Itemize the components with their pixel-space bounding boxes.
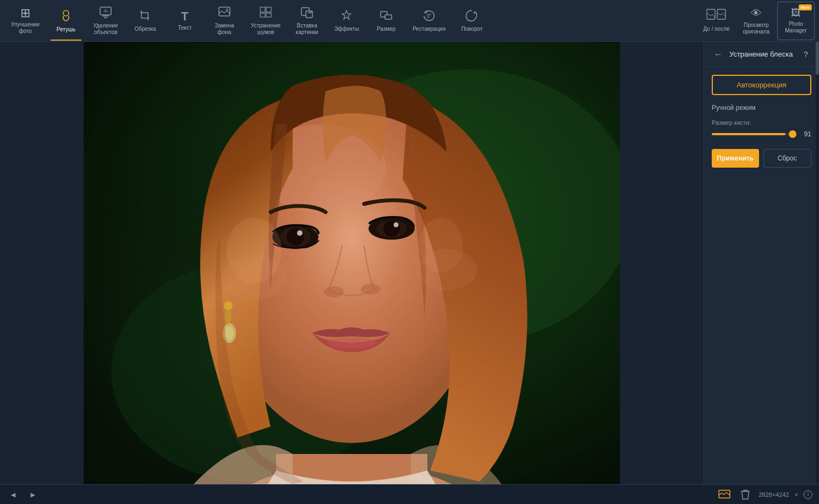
remove-objects-icon <box>99 6 112 20</box>
svg-point-42 <box>224 301 233 310</box>
remove-noise-icon <box>259 6 272 20</box>
toolbar-before-after[interactable]: До / после <box>697 2 735 40</box>
brush-size-label: Размер кисти: <box>712 119 811 126</box>
toolbar-item-replace-bg[interactable]: Замена фона <box>205 2 244 40</box>
svg-point-41 <box>407 258 409 260</box>
svg-point-43 <box>225 310 232 323</box>
replace-bg-icon <box>218 6 231 20</box>
nav-next-button[interactable]: ► <box>26 488 40 501</box>
before-after-icon <box>706 9 726 24</box>
toolbar-item-text[interactable]: T Текст <box>165 2 205 40</box>
brush-size-value: 91 <box>798 130 811 138</box>
toolbar-view-original[interactable]: 👁 Просмотр оригинала <box>738 2 775 40</box>
insert-image-icon <box>300 6 314 20</box>
toolbar-item-insert-image[interactable]: Вставка картинки <box>287 2 327 40</box>
text-icon: T <box>181 10 188 23</box>
svg-rect-11 <box>385 15 392 19</box>
brush-size-slider-container: 91 <box>712 130 811 138</box>
toolbar-label-replace-bg: Замена фона <box>215 23 234 36</box>
svg-rect-7 <box>266 13 271 17</box>
main-toolbar: ⊞ Улучшение фото Ретушь Удаление объекто… <box>0 0 819 42</box>
svg-point-39 <box>303 261 305 263</box>
crop-icon <box>139 9 151 24</box>
toolbar-label-rotate: Поворот <box>461 26 483 32</box>
svg-rect-6 <box>260 13 265 17</box>
canvas-area[interactable] <box>0 42 703 484</box>
svg-rect-1 <box>100 7 111 15</box>
toolbar-item-rotate[interactable]: Поворот <box>452 2 492 40</box>
nav-prev-button[interactable]: ◄ <box>7 488 20 501</box>
slider-thumb[interactable] <box>789 130 796 138</box>
new-badge: New <box>799 4 812 11</box>
panel-header: ← Устранение блеска ? <box>704 42 819 67</box>
slider-fill <box>712 133 785 135</box>
toolbar-label-text: Текст <box>178 25 191 31</box>
before-after-label: До / после <box>703 26 729 32</box>
toolbar-item-restore[interactable]: Реставрация <box>406 2 452 40</box>
svg-rect-5 <box>266 7 271 12</box>
toolbar-label-remove-noise: Устранение шумов <box>251 23 281 36</box>
toolbar-item-effects[interactable]: Эффекты <box>327 2 366 40</box>
toolbar-label-insert-image: Вставка картинки <box>296 23 318 36</box>
photo-manager-label: Photo Manager <box>785 21 806 34</box>
panel-help-button[interactable]: ? <box>800 49 811 60</box>
portrait-image <box>84 42 620 484</box>
panel-title: Устранение блеска <box>729 50 800 58</box>
svg-point-45 <box>225 326 234 340</box>
svg-point-31 <box>324 286 344 297</box>
delete-button[interactable] <box>738 487 753 502</box>
scrollbar-track[interactable] <box>816 42 819 484</box>
svg-rect-2 <box>219 7 230 16</box>
toolbar-label-restore: Реставрация <box>413 26 446 32</box>
effects-icon <box>340 9 353 24</box>
info-button[interactable]: i <box>804 490 812 499</box>
toolbar-label-resize: Размер <box>377 26 395 32</box>
svg-point-40 <box>424 250 426 252</box>
enhance-icon: ⊞ <box>20 7 30 19</box>
manual-mode-label: Ручной режим <box>712 104 811 112</box>
rotate-icon <box>465 9 479 24</box>
toolbar-photo-manager[interactable]: New 🖼 Photo Manager <box>777 2 815 40</box>
reset-button[interactable]: Сброс <box>763 149 812 168</box>
image-view-button[interactable] <box>717 487 732 502</box>
autocorrect-button[interactable]: Автокоррекция <box>712 75 811 95</box>
panel-content: Автокоррекция Ручной режим Размер кисти:… <box>704 67 819 484</box>
toolbar-item-resize[interactable]: Размер <box>366 2 406 40</box>
svg-point-0 <box>63 10 69 16</box>
toolbar-item-remove-noise[interactable]: Устранение шумов <box>244 2 287 40</box>
toolbar-label-crop: Обрезка <box>134 26 156 32</box>
view-original-icon: 👁 <box>751 7 762 20</box>
scrollbar-thumb[interactable] <box>816 42 819 75</box>
svg-point-33 <box>327 337 376 348</box>
svg-point-30 <box>394 223 399 228</box>
toolbar-item-remove-objects[interactable]: Удаление объектов <box>86 2 125 40</box>
toolbar-label-remove-objects: Удаление объектов <box>93 23 118 36</box>
bottom-controls: 2828×4242 × i <box>717 487 812 502</box>
resize-icon <box>380 9 393 24</box>
photo-container <box>84 42 620 484</box>
svg-rect-4 <box>260 7 265 12</box>
bottom-bar: ◄ ► 2828×4242 × i <box>0 484 819 504</box>
restore-icon <box>422 9 436 24</box>
svg-point-26 <box>297 230 303 236</box>
right-panel: ← Устранение блеска ? Автокоррекция Ручн… <box>703 42 819 484</box>
svg-point-37 <box>416 249 477 291</box>
retouch-icon <box>59 9 73 24</box>
svg-point-38 <box>285 254 289 258</box>
toolbar-label-enhance: Улучшение фото <box>11 21 40 35</box>
image-dimensions: 2828×4242 <box>758 491 789 498</box>
brush-size-slider[interactable] <box>712 133 793 135</box>
toolbar-label-retouch: Ретушь <box>57 26 75 33</box>
svg-point-32 <box>361 284 381 295</box>
toolbar-item-retouch[interactable]: Ретушь <box>46 2 86 40</box>
apply-button[interactable]: Применить <box>712 149 759 168</box>
toolbar-item-crop[interactable]: Обрезка <box>125 2 165 40</box>
view-original-label: Просмотр оригинала <box>743 22 769 35</box>
svg-point-25 <box>287 228 304 246</box>
svg-point-3 <box>226 8 228 10</box>
toolbar-label-effects: Эффекты <box>334 26 359 32</box>
svg-point-36 <box>221 256 287 300</box>
panel-actions: Применить Сброс <box>712 149 811 168</box>
toolbar-item-enhance[interactable]: ⊞ Улучшение фото <box>4 2 46 40</box>
panel-back-button[interactable]: ← <box>712 48 725 61</box>
